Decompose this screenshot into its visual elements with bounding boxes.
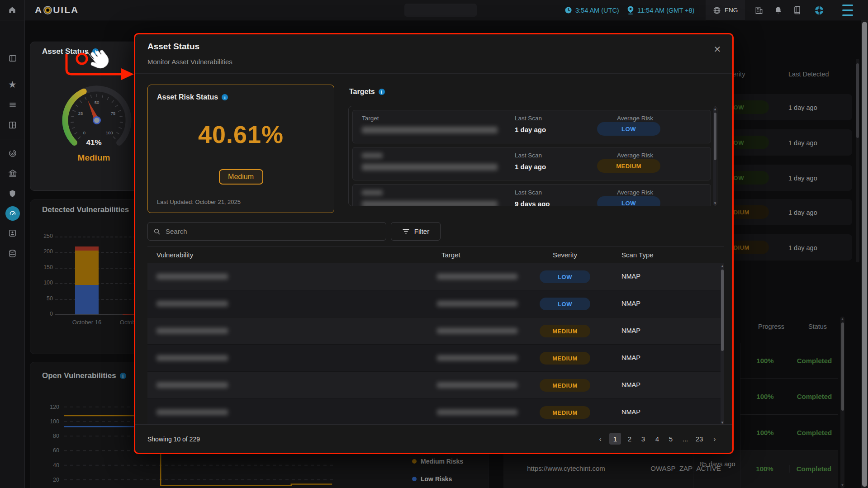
utc-clock: 3:54 AM (UTC) [564, 0, 619, 20]
redacted-vulnerability [157, 301, 228, 307]
language-label: ENG [725, 7, 738, 14]
sidebar-item-security[interactable] [0, 185, 25, 202]
page-2-button[interactable]: 2 [624, 433, 636, 445]
notifications-button[interactable] [774, 0, 783, 20]
last-updated-label: Last Updated: October 21, 2025 [157, 199, 241, 205]
home-button[interactable] [0, 0, 25, 20]
sidebar-item-institution[interactable] [0, 165, 25, 181]
avg-risk-badge: LOW [597, 122, 660, 136]
avg-risk-badge: MEDIUM [597, 159, 660, 173]
home-icon [8, 5, 17, 14]
lifebuoy-icon [814, 5, 824, 15]
docs-button[interactable] [793, 0, 802, 20]
redacted-target [437, 409, 517, 415]
target-row[interactable]: Target Last Scan 1 day ago Average Risk … [352, 110, 711, 143]
support-button[interactable] [814, 0, 824, 20]
redacted-vulnerability [157, 274, 228, 280]
page-ellipsis: ... [679, 433, 691, 445]
page-3-button[interactable]: 3 [637, 433, 649, 445]
vulnerability-table: Vulnerability Target Severity Scan Type … [147, 246, 724, 424]
col-scan-type: Scan Type [621, 251, 654, 259]
book-icon [793, 6, 802, 14]
page-4-button[interactable]: 4 [651, 433, 663, 445]
scan-type-label: NMAP [621, 408, 640, 416]
top-bar: AUILA 3:54 AM (UTC) 11:54 AM (GMT +8) EN… [0, 0, 868, 20]
organization-button[interactable] [754, 0, 764, 20]
table-row[interactable]: LOW NMAP [147, 263, 724, 290]
svg-text:100: 100 [106, 130, 113, 135]
left-rail: ★ [0, 20, 25, 488]
header-search[interactable] [404, 4, 477, 17]
radar-icon [8, 149, 17, 158]
table-row[interactable]: LOW NMAP [147, 290, 724, 317]
brand-text-left: A [35, 5, 43, 15]
filter-icon [402, 228, 410, 235]
modal-subtitle: Monitor Asset Vulnerabilities [147, 58, 232, 66]
building-icon [754, 6, 764, 15]
sidebar-item-users[interactable] [0, 225, 25, 241]
menu-button[interactable] [842, 0, 853, 20]
col-target: Target [441, 251, 460, 259]
shield-icon [8, 189, 17, 198]
targets-scrollbar[interactable]: ▲ ▼ [713, 107, 716, 206]
results-summary: Showing 10 of 229 [147, 436, 200, 443]
svg-text:75: 75 [111, 111, 116, 116]
sidebar-item-radar[interactable] [0, 145, 25, 161]
last-scan-value: 1 day ago [515, 163, 546, 171]
prev-page-button[interactable]: ‹ [594, 433, 606, 445]
active-gauge-icon [5, 206, 20, 221]
redacted-target [437, 301, 517, 307]
page-1-button[interactable]: 1 [609, 433, 621, 445]
close-icon: ✕ [714, 44, 721, 55]
star-icon: ★ [8, 80, 17, 89]
brand-logo[interactable]: AUILA [35, 5, 79, 15]
next-page-button[interactable]: › [709, 433, 721, 445]
table-row[interactable]: MEDIUM NMAP [147, 317, 724, 345]
filter-button[interactable]: Filter [391, 222, 441, 241]
sidebar-toggle-button[interactable] [0, 50, 25, 66]
asset-status-card-title: Asset Status i [42, 47, 99, 56]
severity-badge: MEDIUM [540, 325, 590, 337]
sidebar-item-favorites[interactable]: ★ [0, 76, 25, 93]
menu-lines-icon [8, 100, 17, 109]
filter-label: Filter [414, 227, 429, 235]
scan-type-label: NMAP [621, 273, 640, 280]
info-icon[interactable]: i [92, 48, 99, 55]
table-row[interactable]: MEDIUM NMAP [147, 372, 724, 399]
info-icon[interactable]: i [379, 89, 385, 95]
targets-title: Targets i [349, 88, 385, 96]
search-input[interactable] [165, 227, 380, 236]
search-icon [153, 228, 161, 235]
redacted-target [362, 201, 498, 206]
sidebar-item-asset-monitoring[interactable] [0, 205, 25, 222]
close-button[interactable]: ✕ [711, 43, 724, 56]
risk-percentage: 40.61% [148, 120, 334, 148]
database-icon [8, 249, 17, 258]
risk-level-badge: Medium [219, 169, 263, 185]
table-row[interactable]: MEDIUM NMAP [147, 345, 724, 372]
app-root: AUILA 3:54 AM (UTC) 11:54 AM (GMT +8) EN… [0, 0, 868, 488]
target-row[interactable]: Last Scan 1 day ago Average Risk MEDIUM [352, 147, 711, 180]
bell-icon [774, 6, 783, 15]
language-selector[interactable]: ENG [706, 0, 745, 20]
page-scrollbar[interactable] [861, 20, 868, 488]
location-pin-icon [627, 6, 634, 14]
sidebar-item-list[interactable] [0, 97, 25, 113]
table-row[interactable]: MEDIUM NMAP [147, 399, 724, 424]
table-scrollbar[interactable]: ▲ ▼ [721, 264, 724, 425]
svg-text:0: 0 [83, 130, 85, 135]
target-row[interactable]: Last Scan 9 days ago Average Risk LOW [352, 184, 711, 206]
redacted-target [362, 127, 498, 133]
redacted-target [437, 274, 517, 280]
divider [135, 73, 732, 74]
panel-icon [8, 54, 17, 63]
sidebar-item-layout[interactable] [0, 117, 25, 133]
info-icon[interactable]: i [222, 94, 228, 100]
menu-icon [842, 5, 853, 6]
page-5-button[interactable]: 5 [665, 433, 677, 445]
severity-badge: LOW [540, 298, 590, 310]
logo-eye-icon [43, 6, 52, 14]
severity-badge: LOW [540, 270, 590, 283]
page-23-button[interactable]: 23 [692, 433, 707, 445]
sidebar-item-database[interactable] [0, 245, 25, 261]
